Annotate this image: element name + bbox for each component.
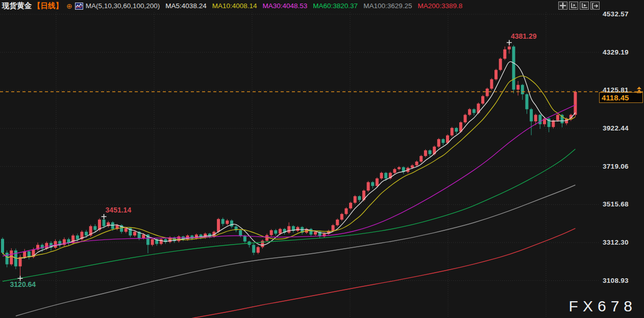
candle-body (111, 222, 114, 229)
candle-body (516, 85, 519, 90)
candle-body (534, 115, 537, 121)
candle-body (437, 139, 440, 147)
y-axis-label: 3719.06 (603, 163, 629, 170)
candle-body (451, 128, 454, 136)
candle-body (349, 203, 352, 208)
candle-body (464, 115, 467, 122)
extreme-marker (102, 214, 107, 219)
candle-body (1, 239, 4, 253)
ma-params-label[interactable]: MA(5,10,30,60,100,200) (86, 2, 160, 10)
candle-body (376, 178, 379, 186)
candle-body (490, 80, 493, 89)
legend-ma10: MA10:4008.14 (212, 2, 257, 10)
candle-body (279, 229, 282, 233)
candle-body (93, 226, 96, 230)
candle-body (508, 46, 511, 49)
candle-body (344, 208, 348, 214)
candle-body (151, 239, 154, 245)
candle-body (6, 253, 9, 264)
candle-body (243, 236, 246, 242)
candle-body (455, 128, 458, 131)
candle-body (468, 109, 471, 115)
candle-body (85, 232, 88, 235)
extreme-marker (507, 40, 512, 45)
legend-ma60: MA60:3820.37 (313, 2, 358, 10)
candle-body (428, 150, 431, 154)
candle-body (354, 196, 357, 203)
export-button[interactable] (590, 2, 600, 10)
high-annotation-4381: 4381.29 (511, 32, 537, 40)
fx678-watermark: FX678 (569, 298, 637, 315)
axis-zoom-button[interactable] (569, 2, 578, 10)
title-bar: 现货黄金 【日线】 ⊕ MA(5,10,30,60,100,200) MA5:4… (0, 0, 644, 12)
candle-body (530, 109, 533, 121)
candle-body (332, 225, 335, 231)
candle-body (261, 241, 264, 247)
candle-body (481, 96, 484, 104)
candle-body (521, 85, 524, 94)
candle-body (358, 196, 361, 200)
legend-ma200: MA200:3389.8 (417, 2, 462, 10)
zoom-in-icon[interactable]: ⊕ (66, 3, 72, 10)
candle-body (415, 162, 418, 165)
y-axis-label: 3108.93 (603, 277, 629, 284)
candle-body (336, 220, 339, 225)
period-label[interactable]: 【日线】 (33, 1, 63, 11)
candle-body (538, 115, 541, 124)
candle-body (142, 234, 145, 238)
candle-body (23, 251, 26, 257)
candle-body (486, 89, 489, 96)
candle-body (287, 226, 290, 233)
y-axis-label: 3312.30 (603, 238, 629, 246)
candle-body (76, 235, 79, 239)
candle-body (552, 120, 555, 127)
price-up-arrows-icon[interactable] (636, 86, 642, 95)
y-axis-label: 4329.19 (603, 48, 629, 56)
legend-ma100: MA100:3629.25 (363, 2, 412, 10)
candle-body (371, 182, 374, 186)
candle-body (133, 232, 136, 235)
candle-body (71, 235, 75, 243)
candle-body (384, 173, 387, 178)
candle-body (221, 219, 225, 224)
candle-body (103, 220, 106, 226)
candle-body (525, 94, 528, 109)
y-axis-label: 3515.68 (603, 200, 629, 208)
y-axis-label: 3922.44 (603, 124, 629, 132)
candle-body (10, 250, 13, 264)
candle-body (380, 173, 383, 178)
candle-body (393, 169, 396, 173)
candle-body (494, 70, 498, 79)
candle-body (160, 239, 163, 244)
candle-body (574, 92, 577, 115)
low-annotation-3120: 3120.64 (10, 280, 36, 288)
candle-body (296, 227, 299, 231)
candle-body (257, 247, 260, 253)
candlestick-chart[interactable] (0, 0, 644, 318)
candle-body (556, 115, 559, 120)
candle-body (441, 139, 444, 143)
candle-body (499, 59, 502, 70)
candle-body (411, 165, 414, 168)
indicator-style-icon[interactable] (75, 3, 83, 10)
chart-toolbar (558, 2, 600, 10)
candle-body (424, 150, 427, 156)
candle-body (239, 230, 242, 236)
candle-body (177, 236, 180, 241)
candle-body (314, 232, 317, 235)
candle-body (125, 228, 128, 231)
pan-tool-button[interactable] (558, 2, 567, 10)
candle-body (309, 229, 312, 234)
instrument-title: 现货黄金 (2, 1, 32, 11)
auto-scroll-button[interactable] (580, 2, 589, 10)
candle-body (340, 214, 343, 220)
candle-body (252, 245, 255, 252)
legend-ma5: MA5:4038.24 (165, 2, 206, 10)
candle-body (274, 230, 277, 234)
trading-chart-app: { "header": { "title": "现货黄金", "period":… (0, 0, 644, 318)
candle-body (398, 167, 401, 169)
candle-body (230, 221, 233, 227)
candle-body (512, 46, 515, 89)
candle-body (473, 109, 476, 113)
candle-body (367, 182, 370, 191)
